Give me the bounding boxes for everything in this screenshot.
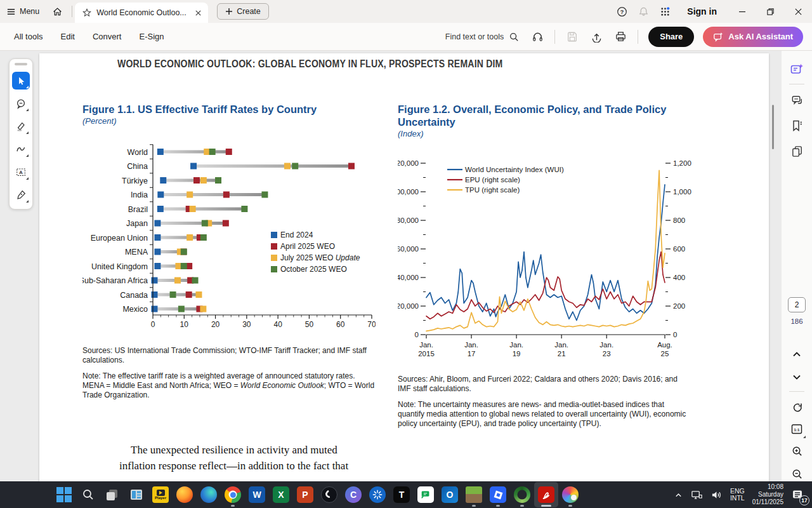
green-ring-app[interactable] [510,482,534,507]
quick-tools-panel: A [9,58,33,210]
powerpoint-app[interactable]: P [293,482,317,507]
help-button[interactable]: ? [611,0,632,23]
previous-page-button[interactable] [787,344,807,364]
taskbar-search-button[interactable] [76,482,100,507]
google-chat-icon [417,486,434,503]
country-label: European Union [91,234,148,243]
volume-tray-button[interactable] [707,482,726,507]
home-button[interactable] [46,0,69,23]
document-tab[interactable]: World Economic Outloo... [75,3,208,23]
menu-convert[interactable]: Convert [84,23,131,50]
save-button[interactable] [561,26,583,48]
edge-app[interactable] [197,482,221,507]
photos-starburst-icon [369,486,386,503]
country-label: World [128,148,148,157]
menu-esign[interactable]: E-Sign [130,23,173,50]
right-axis-label: 200 [673,302,685,310]
share-button[interactable]: Share [648,27,694,47]
comment-tool-button[interactable] [12,95,30,112]
pages-icon [790,145,804,158]
obs-app[interactable] [317,482,341,507]
page-number-input[interactable] [788,297,806,312]
hamburger-icon [6,7,16,17]
green-ring-icon [514,486,530,503]
highlight-tool-button[interactable] [12,117,30,135]
claude-app[interactable]: C [341,482,365,507]
rotate-page-button[interactable] [787,398,807,418]
clock-date-button[interactable]: 10:08 Saturday 01/11/2025 [749,482,787,507]
notifications-bell-button[interactable] [632,0,654,23]
close-window-button[interactable] [784,0,812,23]
paint-app[interactable] [558,482,582,507]
legend-swatch [271,232,277,238]
figure-1-2-note: Note: The uncertainty measures are news-… [398,400,691,429]
sign-in-button[interactable]: Sign in [676,6,728,17]
fill-sign-tool-button[interactable] [12,186,30,204]
word-app[interactable]: W [245,482,269,507]
left-axis-label: 20,000 [398,302,419,310]
zoom-fit-button[interactable]: 1:1 [787,419,807,439]
data-marker [193,177,200,184]
google-chat-app[interactable] [414,482,438,507]
windows-start-icon [56,487,72,502]
roblox-app[interactable] [486,482,510,507]
minecraft-app[interactable] [462,482,486,507]
widgets-button[interactable] [124,482,148,507]
menu-all-tools[interactable]: All tools [5,23,52,50]
bookmarks-panel-button[interactable] [787,116,807,136]
ask-ai-assistant-button[interactable]: Ask AI Assistant [703,27,803,47]
text-select-tool-button[interactable]: A [12,163,30,181]
comments-panel-button[interactable] [787,90,807,110]
start-button[interactable] [52,482,76,507]
create-button[interactable]: Create [217,3,269,20]
firefox-app[interactable] [173,482,197,507]
next-page-button[interactable] [787,367,807,387]
chevron-down-icon [792,372,802,382]
upload-cloud-button[interactable] [586,26,607,48]
media-player-app[interactable]: Player [148,482,173,507]
close-tab-icon[interactable] [195,10,202,17]
language-switcher[interactable]: ENG INTL [727,482,748,507]
range-bar [160,150,229,154]
right-axis-label: 1,000 [673,188,691,196]
data-marker [154,234,160,241]
word-icon: W [249,486,265,503]
right-axis-label: 1,200 [673,159,691,167]
menu-button[interactable]: Menu [0,0,46,23]
zoom-in-button[interactable] [787,441,807,461]
fit-label: 1:1 [794,427,801,432]
excel-app[interactable]: X [269,482,293,507]
find-text-button[interactable]: Find text or tools [440,28,524,46]
restore-button[interactable] [756,0,784,23]
ai-assistant-panel-button[interactable] [787,60,807,80]
outlook-app[interactable]: O [438,482,462,507]
right-axis-label: 600 [673,245,685,253]
photos-app[interactable] [365,482,390,507]
network-icon [691,489,703,501]
x-tick-label: Aug. [657,341,672,349]
draw-tool-button[interactable] [12,140,30,158]
t-dark-app[interactable]: T [390,482,414,507]
acrobat-app[interactable] [534,482,558,507]
page-thumbnails-button[interactable] [787,141,807,161]
x-tick-label: 21 [558,350,566,358]
select-tool-button[interactable] [12,72,30,90]
panel-drag-handle[interactable] [15,63,27,65]
data-marker [292,163,298,170]
app-toolbar: All tools Edit Convert E-Sign Find text … [0,23,812,51]
menu-edit[interactable]: Edit [52,23,84,50]
data-marker [178,306,185,312]
notification-center-button[interactable]: 17 [788,482,807,507]
apps-grid-button[interactable] [654,0,676,23]
tray-overflow-button[interactable] [671,482,686,507]
print-button[interactable] [610,26,631,48]
read-aloud-button[interactable] [527,26,548,48]
data-marker [190,206,196,212]
search-icon [81,488,95,502]
task-view-button[interactable] [100,482,124,507]
document-scrollbar[interactable] [772,105,774,149]
actual-size-icon: 1:1 [790,423,803,436]
minimize-button[interactable] [728,0,756,23]
network-tray-button[interactable] [688,482,706,507]
chrome-app[interactable] [221,482,245,507]
